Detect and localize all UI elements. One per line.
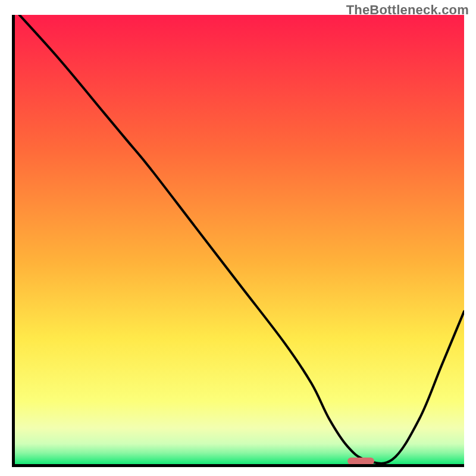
- chart-svg: [15, 15, 464, 464]
- watermark-text: TheBottleneck.com: [346, 2, 469, 18]
- plot-area: [15, 15, 464, 464]
- gradient-background: [15, 15, 464, 464]
- optimal-marker: [347, 458, 374, 464]
- chart-axes: [12, 15, 464, 467]
